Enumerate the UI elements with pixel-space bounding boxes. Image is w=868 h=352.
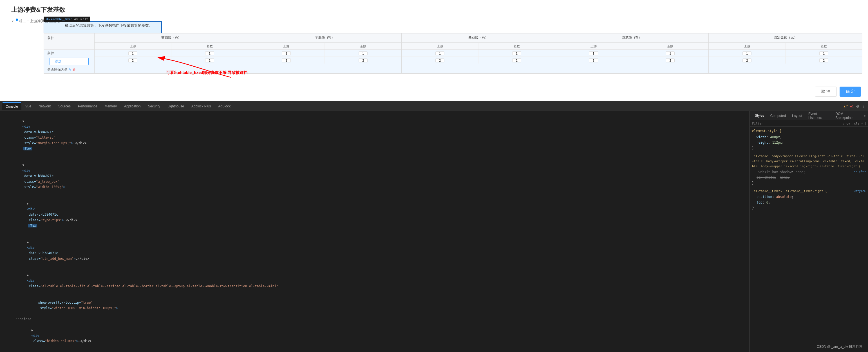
cell xyxy=(172,57,248,64)
condition-label: 条件 xyxy=(47,51,91,56)
cell xyxy=(95,57,172,64)
style-prop-row: width: 400px; xyxy=(752,135,866,140)
style-prop-height: height xyxy=(756,141,768,144)
toggle-icon-3[interactable]: ▶ xyxy=(27,202,29,206)
toggle-icon-6[interactable]: ▶ xyxy=(31,328,33,332)
tab-computed[interactable]: Computed xyxy=(768,113,788,119)
toggle-icon[interactable]: ▼ xyxy=(22,119,24,123)
cell-input[interactable] xyxy=(742,51,751,56)
sub-col-base-4: 基数 xyxy=(632,43,709,49)
cell-input[interactable] xyxy=(282,51,291,56)
cell-input[interactable] xyxy=(819,51,828,56)
element-highlight-tooltip: div.el-table__fixed 400 × 112 xyxy=(43,16,90,22)
cell-input[interactable] xyxy=(512,59,521,62)
style-val-height: 112px xyxy=(772,141,782,144)
confirm-button[interactable]: 确 定 xyxy=(840,86,861,97)
element-size: 400 × 112 xyxy=(74,17,88,21)
toggle-icon-4[interactable]: ▶ xyxy=(27,240,29,244)
style-block-scroll: .el-table__body-wrapper.is-scrolling-lef… xyxy=(752,154,866,186)
cell xyxy=(172,50,248,57)
tab-application[interactable]: Application xyxy=(121,103,144,110)
cell-input[interactable] xyxy=(435,51,444,56)
tab-event-listeners[interactable]: Event Listeners xyxy=(806,111,832,121)
cell-group-4 xyxy=(555,50,709,73)
tab-performance[interactable]: Performance xyxy=(74,103,101,110)
cell-input[interactable] xyxy=(589,59,598,62)
cell-input[interactable] xyxy=(128,59,137,62)
table-header-sub: 上游 基数 上游 基数 上游 基数 上游 基数 上游 基数 xyxy=(44,43,862,50)
style-prop-shadow: box-shadow xyxy=(756,175,776,179)
styles-tabbar: Styles Computed Layout Event Listeners D… xyxy=(750,111,868,120)
html-line-9: ▶ <div class="el-table__header-wrapper">… xyxy=(0,349,749,352)
cell-input[interactable] xyxy=(205,59,214,62)
more-icon[interactable]: ⋮ xyxy=(862,104,866,108)
tab-security[interactable]: Security xyxy=(145,103,163,110)
delete-icon[interactable]: 🗑 xyxy=(73,68,76,72)
cell-input[interactable] xyxy=(435,59,444,62)
flex-badge-2: flex xyxy=(28,224,37,227)
table-header-top: 条件 交强险（%） 车船险（%） 商业险（%） 驾意险（%） 固定金额（元） xyxy=(44,33,862,43)
style-prop-row-shadow: box-shadow: none; xyxy=(752,175,866,180)
element-name: div.el-table__fixed xyxy=(46,17,73,21)
cell-group-1 xyxy=(95,50,248,73)
tab-memory[interactable]: Memory xyxy=(101,103,120,110)
html-line-4: ▶ <div data-v-b384071c class="btn_add_bo… xyxy=(0,234,749,267)
cell-input[interactable] xyxy=(359,51,368,56)
tab-dom-breakpoints[interactable]: DOM Breakpoints xyxy=(833,111,862,121)
devtools-tabbar: Console Vue Network Sources Performance … xyxy=(0,101,868,111)
cell-input[interactable] xyxy=(665,59,675,62)
html-line-3: ▶ <div data-v-b384071c class="type-tips"… xyxy=(0,196,749,234)
style-block-element: element.style { width: 400px; height: 11… xyxy=(752,129,866,151)
cancel-button[interactable]: 取 消 xyxy=(815,86,837,97)
style-selector-fixed: .el-table__fixed, .el-table__fixed-right… xyxy=(752,189,866,194)
cell-input[interactable] xyxy=(742,59,751,62)
styles-content: element.style { width: 400px; height: 11… xyxy=(750,127,868,352)
tooltip-header: div.el-table__fixed 400 × 112 xyxy=(43,16,90,22)
toggle-icon-2[interactable]: ▼ xyxy=(22,163,24,167)
tab-vue[interactable]: Vue xyxy=(22,103,35,110)
table-row: 条件 + 添加 是否续保为是 ✎ 🗑 xyxy=(44,50,862,73)
devtools-body: ▼ <div data-v-b384071c class="title-zc" … xyxy=(0,111,868,352)
cell-input[interactable] xyxy=(589,51,598,56)
tab-layout[interactable]: Layout xyxy=(789,113,805,119)
tab-sources[interactable]: Sources xyxy=(55,103,74,110)
cell-input[interactable] xyxy=(665,51,675,56)
cell xyxy=(95,50,172,57)
tab-console[interactable]: Console xyxy=(2,102,21,110)
cell-input[interactable] xyxy=(205,51,214,56)
status-text: 是否续保为是 xyxy=(47,67,67,72)
style-selector-scroll: .el-table__body-wrapper.is-scrolling-lef… xyxy=(752,154,866,169)
col-header-jyx: 驾意险（%） xyxy=(555,33,709,43)
devtools-panel: Console Vue Network Sources Performance … xyxy=(0,101,868,352)
add-style-icon[interactable]: + xyxy=(861,121,863,126)
styles-panel: Styles Computed Layout Event Listeners D… xyxy=(750,111,868,352)
row-condition-col: 条件 + 添加 是否续保为是 ✎ 🗑 xyxy=(44,50,95,73)
cell-input[interactable] xyxy=(282,59,291,62)
tab-styles[interactable]: Styles xyxy=(752,112,767,119)
cell-input[interactable] xyxy=(128,51,137,56)
status-label: 是否续保为是 ✎ 🗑 xyxy=(47,67,91,72)
more-tabs-icon[interactable]: » xyxy=(864,114,866,118)
cell-input[interactable] xyxy=(512,51,521,56)
edit-icon[interactable]: ✎ xyxy=(69,68,71,72)
cell-input[interactable] xyxy=(819,59,828,62)
cell-sub-row xyxy=(95,50,248,57)
tab-network[interactable]: Network xyxy=(35,103,54,110)
style-separator: | xyxy=(865,121,866,126)
filter-hint: :hov .cls xyxy=(843,122,860,126)
styles-filter-input[interactable] xyxy=(752,122,841,126)
sub-col-upstream-5: 上游 xyxy=(709,43,785,49)
toggle-icon-5[interactable]: ▶ xyxy=(27,273,29,277)
settings-icon[interactable]: ⚙ xyxy=(856,104,860,108)
tab-adblock-plus[interactable]: Adblock Plus xyxy=(188,103,214,110)
tab-adblock[interactable]: AdBlock xyxy=(215,103,234,110)
sub-col-base-3: 基数 xyxy=(478,43,555,49)
button-row: 取 消 确 定 xyxy=(815,86,861,97)
add-button[interactable]: + 添加 xyxy=(50,58,89,65)
style-prop-top: top xyxy=(756,201,763,204)
main-content: 上游净费&下发基数 ∨ 相二：上游净算化 上游政 div.el-table__f… xyxy=(0,0,868,101)
style-val-webkit-shadow: none xyxy=(795,170,803,174)
cell-input[interactable] xyxy=(359,59,368,62)
sub-header-gd: 上游 基数 xyxy=(709,43,862,49)
tab-lighthouse[interactable]: Lighthouse xyxy=(164,103,187,110)
